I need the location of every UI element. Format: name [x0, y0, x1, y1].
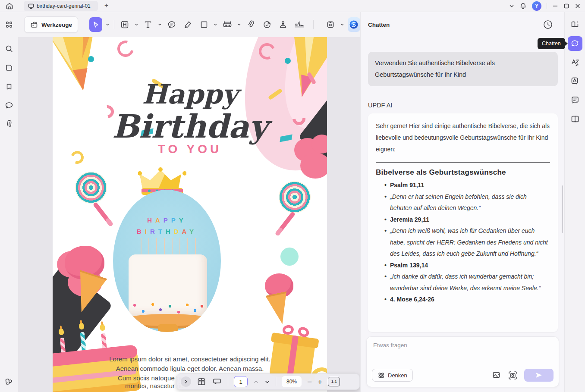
page-up-icon[interactable] [253, 379, 259, 385]
stamp-tool[interactable] [277, 17, 289, 32]
two-page-view-icon[interactable] [197, 377, 206, 386]
shape-tool[interactable] [198, 17, 211, 32]
list-item: „Denn er hat seinen Engeln befohlen, das… [390, 191, 550, 214]
list-item: 4. Mose 6,24-26 [390, 294, 550, 305]
text-tool[interactable] [142, 17, 155, 32]
maximize-icon[interactable] [563, 3, 569, 9]
think-button[interactable]: Denken [372, 369, 413, 382]
zoom-level[interactable]: 80% [282, 376, 302, 387]
apps-grid-icon[interactable] [4, 19, 14, 30]
ai-heading: Bibelverse als Geburtstagswünsche [376, 168, 550, 177]
palette-icon[interactable] [4, 376, 14, 387]
atom-icon [377, 372, 385, 379]
page-number-input[interactable]: 1 [234, 376, 248, 387]
toolbox-icon [30, 21, 38, 29]
history-clock-icon[interactable] [543, 19, 553, 30]
ai-assistant-tool[interactable] [348, 17, 361, 32]
actual-size-button[interactable]: 1:1 [328, 377, 340, 386]
signature-tool[interactable] [293, 17, 306, 32]
screenshot-tool-chevron-icon[interactable] [340, 22, 344, 27]
monitor-icon [28, 3, 34, 9]
titlebar: birthday-card-genral-01 + Y [0, 0, 585, 12]
camera-screenshot-icon[interactable] [508, 370, 518, 380]
confetti [114, 38, 137, 60]
select-tool[interactable] [89, 17, 102, 32]
translate-page-icon[interactable] [568, 74, 582, 88]
tooltip: Chatten [538, 38, 565, 49]
tab-title: birthday-card-genral-01 [37, 3, 91, 9]
main-toolbar: Werkzeuge [18, 12, 360, 37]
ai-sidebar [564, 12, 585, 392]
chat-scrollbar[interactable] [562, 185, 563, 233]
cursor-icon [92, 21, 100, 28]
app-window: birthday-card-genral-01 + Y [0, 0, 585, 392]
minimize-icon[interactable] [552, 3, 558, 9]
bell-icon[interactable] [519, 3, 527, 10]
left-sidebar [0, 12, 18, 392]
send-button[interactable] [524, 369, 554, 382]
chevron-right-icon [184, 379, 188, 384]
confetti [88, 56, 94, 62]
highlighter-tool[interactable] [181, 17, 194, 32]
measure-tool-chevron-icon[interactable] [237, 22, 241, 27]
close-icon[interactable] [575, 3, 581, 9]
zoom-in-icon[interactable]: + [318, 378, 322, 386]
ai-sender-label: UPDF AI [368, 102, 392, 109]
edit-tool[interactable] [119, 17, 132, 32]
card-title-line2: Birthday [53, 108, 327, 145]
ai-read-book-icon[interactable] [568, 17, 582, 32]
werkzeuge-button[interactable]: Werkzeuge [24, 16, 78, 33]
translate-icon[interactable] [568, 55, 582, 70]
werkzeuge-label: Werkzeuge [41, 22, 72, 28]
document-viewport[interactable]: Happy Birthday TO YOU [18, 37, 360, 392]
list-item: Psalm 139,14 [390, 260, 550, 271]
side-panel-book-icon[interactable] [568, 112, 582, 126]
select-tool-chevron-icon[interactable] [106, 22, 110, 27]
collapse-statusbar-button[interactable] [181, 376, 191, 387]
ai-swirl-icon [349, 19, 359, 30]
ai-bullet-list: Psalm 91,11 „Denn er hat seinen Engeln b… [376, 179, 550, 305]
card-title-line1: Happy [53, 78, 327, 110]
attach-tool[interactable] [244, 17, 257, 32]
bookmark-icon[interactable] [4, 82, 14, 92]
document-tab[interactable]: birthday-card-genral-01 [24, 1, 98, 11]
new-tab-icon[interactable]: + [104, 2, 108, 9]
list-item: „Ich danke dir dafür, dass ich wunderbar… [390, 271, 550, 294]
cake-candle-letters: HAPPY [113, 216, 221, 224]
list-item: Psalm 91,11 [390, 179, 550, 191]
list-item: Jeremia 29,11 [390, 214, 550, 226]
page-thumbnails-icon[interactable] [4, 63, 14, 73]
avatar[interactable]: Y [532, 1, 541, 11]
card-subtitle: TO YOU [53, 142, 327, 156]
image-ai-icon[interactable] [492, 370, 501, 380]
ai-chat-icon[interactable] [568, 36, 582, 51]
chevron-down-icon[interactable] [509, 3, 514, 9]
card-body-line4: montes, nascetur rid [125, 382, 184, 389]
confetti [285, 58, 291, 64]
think-button-label: Denken [388, 372, 407, 379]
comment-tool[interactable] [165, 17, 178, 32]
zoom-out-icon[interactable]: − [307, 378, 312, 386]
divider [547, 3, 547, 9]
card-body-line2: Aenean commodo ligula eget dolor. Aenean… [53, 364, 327, 373]
ai-intro-text: Sehr gerne! Hier sind einige authentisch… [376, 120, 550, 155]
user-message: Verwenden Sie authentische Bibelverse al… [368, 52, 558, 86]
edit-tool-chevron-icon[interactable] [135, 22, 138, 27]
measure-tool[interactable] [221, 17, 234, 32]
ai-response: Sehr gerne! Hier sind einige authentisch… [368, 113, 558, 332]
ai-chat-panel: Chatten Verwenden Sie authentische Bibel… [360, 12, 564, 392]
chat-input[interactable]: Etwas fragen Denken [366, 336, 559, 387]
annotation-mode-icon[interactable] [212, 377, 222, 386]
sticker-tool[interactable] [261, 17, 274, 32]
home-icon[interactable] [4, 1, 15, 11]
chat-panel-title: Chatten [368, 22, 390, 28]
screenshot-tool[interactable] [324, 17, 337, 32]
page-down-icon[interactable] [264, 379, 270, 385]
ai-summary-icon[interactable] [568, 93, 582, 107]
dot-decoration [280, 248, 299, 266]
attachment-icon[interactable] [4, 119, 14, 129]
comments-icon[interactable] [4, 100, 14, 110]
text-tool-chevron-icon[interactable] [158, 22, 162, 27]
shape-tool-chevron-icon[interactable] [214, 22, 217, 27]
search-icon[interactable] [4, 44, 14, 54]
